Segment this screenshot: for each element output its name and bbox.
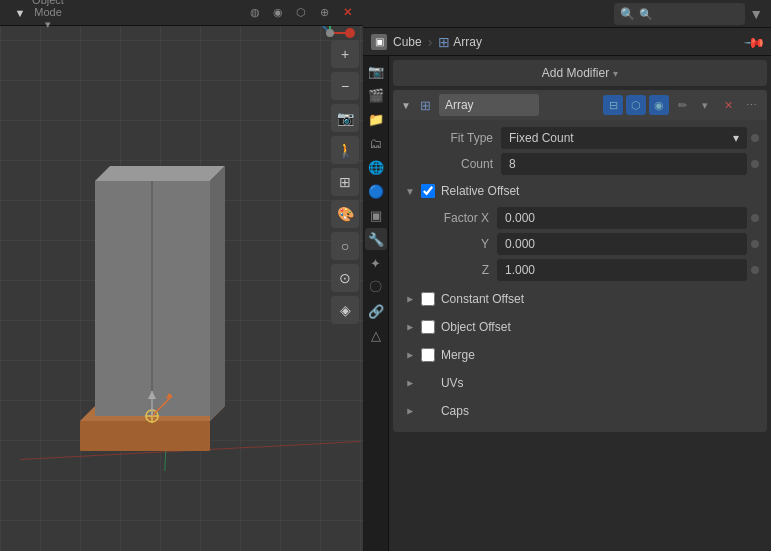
sidebar-modifier-icon[interactable]: 🔧 xyxy=(365,228,387,250)
factor-y-value-text: 0.000 xyxy=(505,237,535,251)
breadcrumb-row: ▣ Cube › ⊞ Array 📌 xyxy=(363,28,771,56)
modifier-filter-button[interactable]: ⊟ xyxy=(603,95,623,115)
pin-button[interactable]: 📌 xyxy=(743,30,766,53)
factor-x-label: Factor X xyxy=(417,211,497,225)
modifier-editmode-button[interactable]: ✏ xyxy=(672,95,692,115)
scene-object xyxy=(60,131,260,491)
factor-x-value[interactable]: 0.000 xyxy=(497,207,747,229)
modifier-realtime-button[interactable]: ⬡ xyxy=(626,95,646,115)
sidebar-render-icon[interactable]: 🎬 xyxy=(365,84,387,106)
modifier-header: ▼ ⊞ ⊟ ⬡ ◉ ✏ ▾ ✕ ⋯ xyxy=(393,90,767,120)
fit-type-label: Fit Type xyxy=(401,131,501,145)
object-mode-button[interactable]: Object Mode ▾ xyxy=(38,3,58,23)
sidebar-view-layer-icon[interactable]: 🗂 xyxy=(365,132,387,154)
props-content: Add Modifier ▾ ▼ ⊞ ⊟ ⬡ ◉ ✏ ▾ xyxy=(389,56,771,551)
pin-button-wrapper: 📌 xyxy=(746,34,763,50)
factor-x-value-text: 0.000 xyxy=(505,211,535,225)
factor-z-value[interactable]: 1.000 xyxy=(497,259,747,281)
merge-section[interactable]: ▼ Merge xyxy=(401,342,759,368)
add-modifier-label: Add Modifier xyxy=(542,66,609,80)
factor-y-keyframe-dot[interactable] xyxy=(751,240,759,248)
factor-y-row: Y 0.000 xyxy=(417,232,759,256)
viewport-overlays-button[interactable]: ⊕ xyxy=(314,3,334,23)
sidebar-constraints-icon[interactable]: 🔗 xyxy=(365,300,387,322)
factor-z-keyframe-dot[interactable] xyxy=(751,266,759,274)
add-modifier-dropdown-icon: ▾ xyxy=(613,68,618,79)
merge-triangle: ▼ xyxy=(404,350,415,360)
viewport-shading-material[interactable]: ◉ xyxy=(268,3,288,23)
sidebar-scene-props-icon[interactable]: 🌐 xyxy=(365,156,387,178)
caps-triangle: ▼ xyxy=(404,406,415,416)
object-offset-section[interactable]: ▼ Object Offset xyxy=(401,314,759,340)
count-keyframe-dot[interactable] xyxy=(751,160,759,168)
sidebar-particles-icon[interactable]: ✦ xyxy=(365,252,387,274)
overlay-button[interactable]: ⊙ xyxy=(331,264,359,292)
sidebar-data-icon[interactable]: △ xyxy=(365,324,387,346)
add-modifier-row: Add Modifier ▾ xyxy=(393,60,767,86)
merge-checkbox[interactable] xyxy=(421,348,435,362)
breadcrumb-object: Cube xyxy=(393,35,422,49)
factor-z-row: Z 1.000 xyxy=(417,258,759,282)
fit-type-keyframe-dot[interactable] xyxy=(751,134,759,142)
fit-type-dropdown-arrow: ▾ xyxy=(733,131,739,145)
modifier-delete-button[interactable]: ✕ xyxy=(718,95,738,115)
caps-label: Caps xyxy=(441,404,469,418)
object-offset-label: Object Offset xyxy=(441,320,511,334)
count-value[interactable]: 8 xyxy=(501,153,747,175)
svg-marker-3 xyxy=(95,166,225,181)
count-value-text: 8 xyxy=(509,157,516,171)
fit-type-value[interactable]: Fixed Count ▾ xyxy=(501,127,747,149)
close-viewport-button[interactable]: ✕ xyxy=(337,3,357,23)
modifier-collapse-button[interactable]: ▼ xyxy=(399,100,413,111)
render-preview-button[interactable]: 🎨 xyxy=(331,200,359,228)
modifier-options-button[interactable]: ⋯ xyxy=(741,95,761,115)
sidebar-object-icon[interactable]: ▣ xyxy=(365,204,387,226)
relative-offset-checkbox[interactable] xyxy=(421,184,435,198)
camera-button[interactable]: 📷 xyxy=(331,104,359,132)
uvs-triangle: ▼ xyxy=(404,378,415,388)
viewport-shading-solid[interactable]: ◍ xyxy=(245,3,265,23)
sidebar-world-icon[interactable]: 🔵 xyxy=(365,180,387,202)
add-modifier-button[interactable]: Add Modifier ▾ xyxy=(393,60,767,86)
constant-offset-checkbox[interactable] xyxy=(421,292,435,306)
search-wrapper: 🔍 xyxy=(614,3,745,25)
search-input[interactable] xyxy=(639,8,739,20)
properties-panel: 🔍 ▼ ▣ Cube › ⊞ Array 📌 📷 🎬 📁 🗂 🌐 🔵 ▣ xyxy=(363,0,771,551)
object-offset-checkbox[interactable] xyxy=(421,320,435,334)
uvs-section[interactable]: ▼ UVs xyxy=(401,370,759,396)
relative-offset-section[interactable]: ▼ Relative Offset xyxy=(401,178,759,204)
panel-header: 🔍 ▼ xyxy=(363,0,771,28)
modifier-card-array: ▼ ⊞ ⊟ ⬡ ◉ ✏ ▾ ✕ ⋯ xyxy=(393,90,767,432)
walkthrough-button[interactable]: 🚶 xyxy=(331,136,359,164)
viewport-shading-render[interactable]: ⬡ xyxy=(291,3,311,23)
relative-offset-label: Relative Offset xyxy=(441,184,519,198)
zoom-in-button[interactable]: + xyxy=(331,40,359,68)
sidebar-physics-icon[interactable]: 〇 xyxy=(365,276,387,298)
viewport-menu-button[interactable]: ▼ xyxy=(6,0,34,27)
breadcrumb-separator: › xyxy=(428,34,433,50)
modifier-name-input[interactable] xyxy=(439,94,539,116)
svg-rect-0 xyxy=(80,421,210,451)
search-icon: 🔍 xyxy=(620,7,635,21)
panel-options-button[interactable]: ▼ xyxy=(749,6,763,22)
xray-button[interactable]: ◈ xyxy=(331,296,359,324)
layers-button[interactable]: ⊞ xyxy=(331,168,359,196)
factor-x-keyframe-dot[interactable] xyxy=(751,214,759,222)
object-offset-triangle: ▼ xyxy=(404,322,415,332)
modifier-render-button[interactable]: ◉ xyxy=(649,95,669,115)
factor-y-value[interactable]: 0.000 xyxy=(497,233,747,255)
zoom-out-button[interactable]: − xyxy=(331,72,359,100)
count-label: Count xyxy=(401,157,501,171)
shading-button[interactable]: ○ xyxy=(331,232,359,260)
viewport-toolbar-right: + − 📷 🚶 ⊞ 🎨 ○ ⊙ ◈ xyxy=(331,40,359,324)
caps-section[interactable]: ▼ Caps xyxy=(401,398,759,424)
modifier-type-icon: ⊞ xyxy=(417,96,435,114)
panel-content: 📷 🎬 📁 🗂 🌐 🔵 ▣ 🔧 ✦ 〇 🔗 △ Add Modifier ▾ xyxy=(363,56,771,551)
factor-z-label: Z xyxy=(417,263,497,277)
sidebar-scene-icon[interactable]: 📷 xyxy=(365,60,387,82)
svg-marker-4 xyxy=(210,166,225,421)
constant-offset-section[interactable]: ▼ Constant Offset xyxy=(401,286,759,312)
factor-x-row: Factor X 0.000 xyxy=(417,206,759,230)
modifier-dropdown-button[interactable]: ▾ xyxy=(695,95,715,115)
sidebar-output-icon[interactable]: 📁 xyxy=(365,108,387,130)
